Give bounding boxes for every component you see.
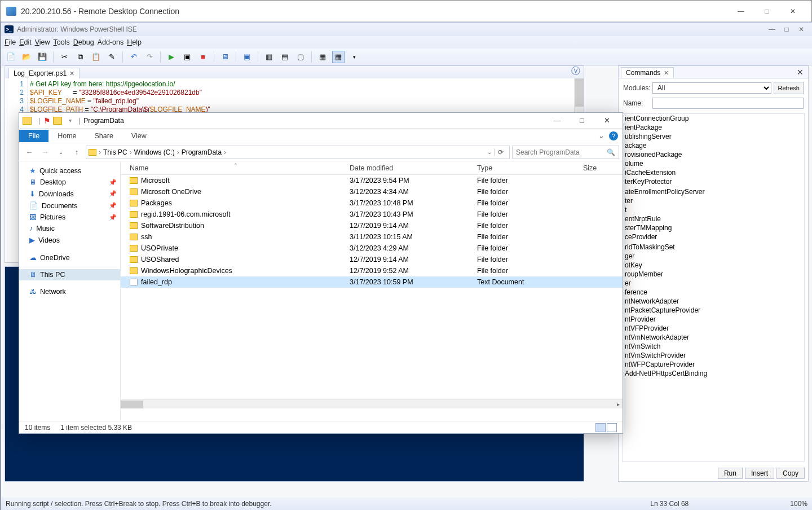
breadcrumb[interactable]: › This PC› Windows (C:)› ProgramData› ⌄ … [86, 146, 510, 159]
command-item[interactable]: ntProvider [623, 315, 804, 324]
layout2-icon[interactable]: ▤ [279, 51, 291, 63]
tab-close-icon[interactable]: ✕ [69, 70, 74, 77]
command-item[interactable]: roupMember [623, 270, 804, 279]
refresh-icon[interactable]: ⟳ [494, 148, 507, 156]
column-headers[interactable]: Name⌃ Date modified Type Size [121, 161, 623, 175]
nav-desktop[interactable]: 🖥Desktop📌 [19, 177, 120, 188]
ise-minimize-button[interactable]: — [765, 25, 779, 33]
command-item[interactable]: ntVmSwitchProvider [623, 351, 804, 360]
nav-documents[interactable]: 📄Documents📌 [19, 200, 120, 212]
new-icon[interactable]: 📄 [5, 51, 17, 63]
nav-music[interactable]: ♪Music [19, 223, 120, 234]
back-button[interactable]: ← [23, 146, 36, 159]
command-item[interactable]: ter [623, 196, 804, 205]
help-icon[interactable]: ? [609, 131, 618, 140]
command-addon-icon[interactable]: ▦ [316, 51, 329, 63]
script-tab[interactable]: Log_Exporter.ps1 ✕ [8, 68, 80, 78]
undo-icon[interactable]: ↶ [127, 51, 140, 63]
refresh-button[interactable]: Refresh [774, 82, 804, 94]
table-row[interactable]: Microsoft OneDrive3/12/2023 4:34 AMFile … [121, 186, 623, 197]
command-item[interactable]: ference [623, 288, 804, 297]
stop-icon[interactable]: ■ [197, 51, 209, 63]
command-item[interactable]: ientConnectionGroup [623, 114, 804, 123]
menu-help[interactable]: Help [127, 38, 142, 46]
run-selection-icon[interactable]: ▣ [181, 51, 193, 63]
ribbon-file[interactable]: File [19, 130, 48, 142]
run-icon[interactable]: ▶ [165, 51, 178, 63]
table-row[interactable]: failed_rdp3/17/2023 10:59 PMText Documen… [121, 276, 623, 288]
explorer-titlebar[interactable]: | ⚑ ▾ | ProgramData — □ ✕ [19, 113, 623, 129]
ise-close-button[interactable]: ✕ [794, 25, 809, 33]
ribbon-share[interactable]: Share [86, 130, 122, 142]
remote-icon[interactable]: 🖥 [219, 51, 231, 63]
command-item[interactable]: ientPackage [623, 123, 804, 132]
command-item[interactable]: er [623, 279, 804, 288]
command-item[interactable]: ateEnrollmentPolicyServer [623, 187, 804, 196]
commands-list[interactable]: ientConnectionGroupientPackageublishingS… [622, 113, 805, 462]
show-command-icon[interactable]: ▦ [332, 51, 345, 63]
crumb-c[interactable]: Windows (C:) [134, 148, 175, 156]
command-item[interactable]: olume [623, 159, 804, 168]
collapse-script-icon[interactable]: ⓥ [568, 64, 584, 78]
commands-panel-close-icon[interactable]: ✕ [792, 67, 808, 78]
layout1-icon[interactable]: ▥ [263, 51, 275, 63]
modules-select[interactable]: All [652, 82, 771, 94]
cut-icon[interactable]: ✂ [58, 51, 70, 63]
nav-quick-access[interactable]: ★Quick access [19, 165, 120, 177]
view-large-icon[interactable] [607, 423, 617, 432]
command-item[interactable]: terKeyProtector [623, 177, 804, 186]
view-details-icon[interactable] [595, 423, 606, 432]
address-dropdown-icon[interactable]: ⌄ [487, 149, 492, 155]
layout3-icon[interactable]: ▢ [294, 51, 307, 63]
commands-tab[interactable]: Commands✕ [621, 67, 674, 78]
table-row[interactable]: Packages3/17/2023 10:48 PMFile folder [121, 197, 623, 209]
newps-icon[interactable]: ▣ [241, 51, 253, 63]
ise-maximize-button[interactable]: □ [779, 25, 794, 33]
table-row[interactable]: regid.1991-06.com.microsoft3/17/2023 10:… [121, 209, 623, 220]
clear-icon[interactable]: ✎ [105, 51, 118, 63]
command-item[interactable]: ceProvider [623, 232, 804, 241]
col-name[interactable]: Name⌃ [121, 164, 350, 172]
crumb-programdata[interactable]: ProgramData [182, 148, 222, 156]
command-item[interactable]: ntWFPCaptureProvider [623, 360, 804, 369]
up-button[interactable]: ↑ [70, 146, 83, 159]
table-row[interactable]: USOPrivate3/12/2023 4:29 AMFile folder [121, 243, 623, 254]
table-row[interactable]: WindowsHolographicDevices12/7/2019 9:52 … [121, 265, 623, 276]
command-item[interactable]: entNrptRule [623, 214, 804, 223]
nav-onedrive[interactable]: ☁OneDrive [19, 252, 120, 263]
command-item[interactable]: ntVmNetworkAdapter [623, 333, 804, 342]
command-item[interactable]: ackage [623, 141, 804, 150]
menu-debug[interactable]: Debug [73, 38, 94, 46]
table-row[interactable]: SoftwareDistribution12/7/2019 9:14 AMFil… [121, 220, 623, 231]
copy-icon[interactable]: ⧉ [74, 51, 86, 63]
insert-button[interactable]: Insert [745, 468, 774, 479]
nav-this-pc[interactable]: 🖥This PC [19, 269, 120, 280]
commands-tab-close-icon[interactable]: ✕ [664, 69, 669, 77]
paste-icon[interactable]: 📋 [90, 51, 102, 63]
command-item[interactable]: ntNetworkAdapter [623, 297, 804, 306]
table-row[interactable]: ssh3/11/2023 10:15 AMFile folder [121, 231, 623, 243]
col-date[interactable]: Date modified [350, 164, 477, 172]
nav-videos[interactable]: ▶Videos [19, 234, 120, 246]
table-row[interactable]: USOShared12/7/2019 9:14 AMFile folder [121, 254, 623, 265]
menu-view[interactable]: View [35, 38, 50, 46]
forward-button[interactable]: → [38, 146, 52, 159]
name-input[interactable] [652, 98, 804, 109]
command-item[interactable]: otKey [623, 261, 804, 270]
command-item[interactable]: ublishingServer [623, 132, 804, 141]
table-row[interactable]: Microsoft3/17/2023 9:54 PMFile folder [121, 175, 623, 186]
recent-dropdown[interactable]: ⌄ [54, 146, 68, 159]
ise-menubar[interactable]: File Edit View Tools Debug Add-ons Help [1, 36, 812, 49]
ribbon-view[interactable]: View [122, 130, 156, 142]
col-size[interactable]: Size [583, 164, 623, 172]
list-hscroll[interactable]: ◂ ▸ [121, 399, 623, 408]
close-button[interactable]: ✕ [780, 2, 806, 20]
menu-file[interactable]: File [5, 38, 16, 46]
menu-edit[interactable]: Edit [19, 38, 32, 46]
scroll-right-icon[interactable]: ▸ [614, 400, 623, 409]
nav-pictures[interactable]: 🖼Pictures📌 [19, 212, 120, 223]
redo-icon[interactable]: ↷ [143, 51, 156, 63]
nav-network[interactable]: 🖧Network [19, 286, 120, 297]
rdp-titlebar[interactable]: 20.200.210.56 - Remote Desktop Connectio… [1, 1, 811, 22]
col-type[interactable]: Type [477, 164, 583, 172]
